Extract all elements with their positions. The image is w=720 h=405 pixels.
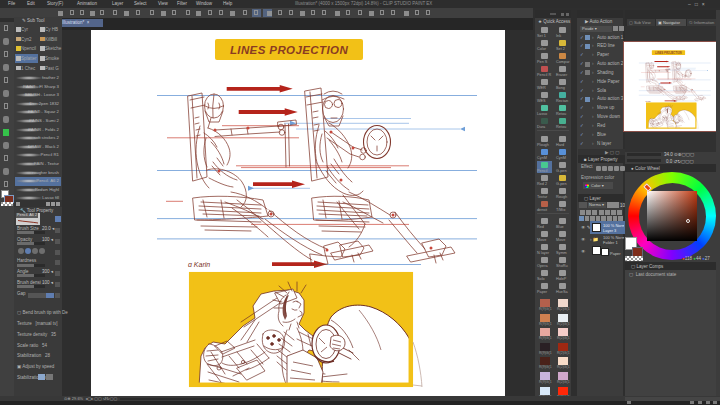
svg-text:ɑ Karin: ɑ Karin <box>188 261 210 268</box>
svg-text:LINES PROJECTION: LINES PROJECTION <box>230 44 349 56</box>
